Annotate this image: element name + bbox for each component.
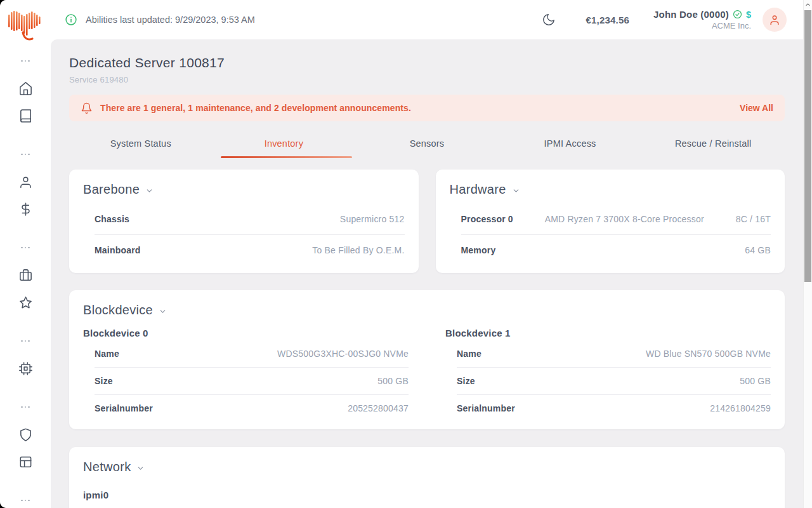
blockdevice-card: Blockdevice Blockdevice 0 Name WDS500G3X… bbox=[69, 290, 785, 429]
sidebar-item-servers[interactable] bbox=[18, 361, 33, 376]
chevron-down-icon bbox=[145, 187, 154, 195]
table-row: Chassis Supermicro 512 bbox=[95, 203, 405, 234]
row-value: 500 GB bbox=[740, 376, 771, 386]
blockdevice-title: Blockdevice bbox=[83, 303, 153, 318]
blockdevice-1-section: Blockdevice 1 Name WD Blue SN570 500GB N… bbox=[445, 328, 771, 422]
user-icon bbox=[18, 175, 33, 189]
bell-icon bbox=[81, 102, 93, 114]
scrollbar-up-arrow-icon[interactable] bbox=[804, 0, 812, 10]
row-value: 205252800437 bbox=[348, 403, 409, 413]
avatar-person-icon bbox=[768, 13, 781, 26]
sidebar-item-favorites[interactable] bbox=[18, 295, 33, 310]
info-icon bbox=[65, 13, 77, 26]
sidebar-item-services[interactable] bbox=[18, 267, 33, 283]
sidebar-item-home[interactable] bbox=[18, 81, 33, 96]
abilities-updated-text: Abilities last updated: 9/29/2023, 9:53 … bbox=[86, 15, 255, 25]
table-row: Processor 0 AMD Ryzen 7 3700X 8-Core Pro… bbox=[461, 203, 771, 234]
user-name: John Doe (0000) bbox=[653, 9, 729, 20]
table-row: Name WDS500G3XHC-00SJG0 NVMe bbox=[95, 340, 409, 367]
top-bar: Abilities last updated: 9/29/2023, 9:53 … bbox=[51, 0, 803, 39]
app-logo[interactable] bbox=[6, 5, 45, 44]
table-row: Serialnumber 205252800437 bbox=[95, 394, 409, 422]
nav-group-dots bbox=[18, 399, 33, 415]
row-label: Serialnumber bbox=[457, 403, 515, 413]
table-row: Name WD Blue SN570 500GB NVMe bbox=[457, 340, 771, 367]
sidebar-nav bbox=[18, 53, 33, 508]
dollar-icon: $ bbox=[746, 10, 751, 20]
briefcase-icon bbox=[18, 268, 33, 283]
page-content: Dedicated Server 100817 Service 619480 T… bbox=[51, 39, 803, 508]
cpu-icon bbox=[18, 361, 33, 376]
nav-group-dots bbox=[18, 493, 33, 508]
sidebar bbox=[0, 0, 51, 508]
account-balance[interactable]: €1,234.56 bbox=[586, 15, 630, 25]
sidebar-item-account[interactable] bbox=[18, 174, 33, 189]
row-label: Serialnumber bbox=[95, 403, 153, 413]
row-label: Processor 0 bbox=[461, 214, 513, 224]
sidebar-item-panels[interactable] bbox=[18, 454, 33, 469]
verified-check-icon bbox=[733, 10, 742, 19]
dollar-icon bbox=[18, 202, 33, 217]
hardware-card: Hardware Processor 0 AMD Ryzen 7 3700X 8… bbox=[436, 170, 785, 273]
moon-icon bbox=[542, 13, 556, 27]
avatar[interactable] bbox=[763, 8, 787, 32]
table-row: Size 500 GB bbox=[95, 367, 409, 394]
blockdevice-0-section: Blockdevice 0 Name WDS500G3XHC-00SJG0 NV… bbox=[83, 328, 409, 422]
page-title: Dedicated Server 100817 bbox=[69, 55, 785, 70]
chevron-down-icon bbox=[159, 307, 167, 316]
dark-mode-toggle[interactable] bbox=[542, 13, 556, 27]
service-id: Service 619480 bbox=[69, 75, 785, 84]
barebone-card: Barebone Chassis Supermicro 512 Mainboar… bbox=[69, 170, 419, 273]
sidebar-item-billing[interactable] bbox=[18, 201, 33, 217]
tab-inventory[interactable]: Inventory bbox=[213, 131, 356, 158]
window-scrollbar[interactable] bbox=[803, 0, 812, 508]
row-value: 64 GB bbox=[745, 245, 771, 255]
row-label: Chassis bbox=[95, 214, 129, 224]
book-icon bbox=[18, 109, 33, 123]
announcements-banner: There are 1 general, 1 maintenance, and … bbox=[69, 95, 785, 121]
logo-icon bbox=[7, 6, 44, 44]
blockdevice-1-heading: Blockdevice 1 bbox=[445, 328, 771, 338]
table-row: Serialnumber 214261804259 bbox=[457, 394, 771, 422]
sidebar-item-security[interactable] bbox=[18, 427, 33, 442]
nav-group-dots bbox=[18, 240, 33, 255]
tab-rescue-reinstall[interactable]: Rescue / Reinstall bbox=[641, 131, 785, 158]
row-value: Supermicro 512 bbox=[340, 214, 405, 224]
row-value: WDS500G3XHC-00SJG0 NVMe bbox=[277, 349, 409, 359]
star-icon bbox=[18, 295, 33, 310]
announcement-text: There are 1 general, 1 maintenance, and … bbox=[100, 103, 411, 113]
network-card-header[interactable]: Network bbox=[83, 460, 771, 474]
table-row: Memory 64 GB bbox=[461, 234, 771, 265]
hardware-title: Hardware bbox=[450, 182, 506, 197]
chevron-down-icon bbox=[512, 187, 520, 195]
tab-system-status[interactable]: System Status bbox=[69, 131, 213, 158]
table-row: Mainboard To Be Filled By O.E.M. bbox=[95, 234, 405, 265]
network-interface-heading: ipmi0 bbox=[83, 490, 771, 500]
blockdevice-0-heading: Blockdevice 0 bbox=[83, 328, 409, 338]
row-label: Size bbox=[95, 376, 113, 386]
shield-icon bbox=[18, 427, 33, 442]
sidebar-item-docs[interactable] bbox=[18, 108, 33, 123]
tab-sensors[interactable]: Sensors bbox=[355, 131, 499, 158]
row-label: Name bbox=[95, 349, 119, 359]
row-value: WD Blue SN570 500GB NVMe bbox=[646, 349, 771, 359]
barebone-card-header[interactable]: Barebone bbox=[83, 182, 405, 197]
scrollbar-thumb[interactable] bbox=[804, 10, 811, 282]
blockdevice-card-header[interactable]: Blockdevice bbox=[83, 303, 771, 318]
row-label: Mainboard bbox=[95, 245, 141, 255]
row-value: 500 GB bbox=[377, 376, 409, 386]
tab-ipmi-access[interactable]: IPMI Access bbox=[499, 131, 642, 158]
user-menu[interactable]: John Doe (0000) $ ACME Inc. bbox=[653, 9, 751, 30]
nav-group-dots bbox=[18, 333, 33, 349]
tab-bar: System Status Inventory Sensors IPMI Acc… bbox=[69, 131, 785, 158]
view-all-link[interactable]: View All bbox=[740, 103, 773, 113]
home-icon bbox=[18, 81, 33, 96]
main-area: Abilities last updated: 9/29/2023, 9:53 … bbox=[51, 0, 803, 508]
row-value: To Be Filled By O.E.M. bbox=[312, 245, 404, 255]
chevron-down-icon bbox=[136, 464, 145, 472]
nav-group-dots bbox=[18, 147, 33, 162]
row-value: 214261804259 bbox=[710, 403, 771, 413]
hardware-card-header[interactable]: Hardware bbox=[450, 182, 771, 197]
network-title: Network bbox=[83, 460, 131, 474]
barebone-title: Barebone bbox=[83, 182, 140, 197]
